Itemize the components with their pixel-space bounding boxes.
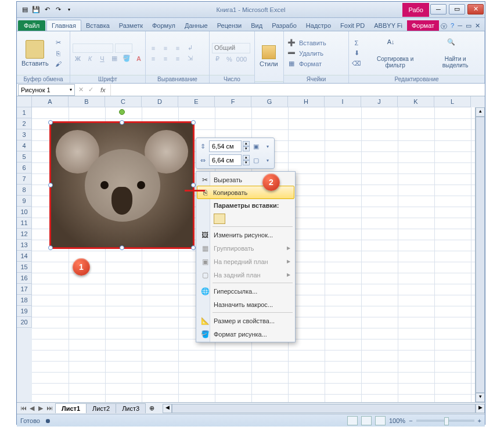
maximize-button[interactable]: ▭ [449,4,465,15]
copy-icon[interactable]: ⎘ [53,49,64,58]
page-break-view-button[interactable] [375,416,386,425]
merge-icon[interactable]: ⇲ [185,54,195,63]
tab-format[interactable]: Формат [407,20,439,31]
macro-record-icon[interactable]: ⏺ [45,417,51,424]
row-header[interactable]: 16 [17,273,32,284]
font-size[interactable] [115,44,132,53]
row-header[interactable]: 5 [17,151,32,162]
scroll-left-icon[interactable]: ◀ [163,404,172,413]
italic-icon[interactable]: К [85,54,95,63]
comma-icon[interactable]: 000 [236,55,247,64]
number-format-combo[interactable]: Общий [212,43,250,53]
enter-formula-icon[interactable]: ✓ [86,86,96,93]
tab-developer[interactable]: Разрабо [267,20,301,31]
col-header[interactable]: L [434,96,471,107]
page-layout-view-button[interactable] [361,416,372,425]
minimize-button[interactable]: ─ [430,4,447,15]
align-top-icon[interactable]: ≡ [148,44,159,53]
scroll-track[interactable] [172,404,476,413]
row-header[interactable]: 4 [17,140,32,151]
col-header[interactable]: A [32,96,69,107]
sheet-tab[interactable]: Лист3 [116,403,146,413]
height-spinner[interactable]: 6,54 см [209,140,242,152]
horizontal-scrollbar[interactable]: ◀ ▶ [163,404,485,413]
row-header[interactable]: 3 [17,129,32,140]
underline-icon[interactable]: Ч [97,54,107,63]
scroll-track[interactable] [476,117,485,393]
width-spinner[interactable]: 6,64 см [209,154,242,166]
delete-cells-icon[interactable]: ➖ [286,49,297,58]
scroll-down-icon[interactable]: ▾ [476,393,485,402]
send-backward-icon[interactable]: ▢ [251,156,261,165]
minimize-ribbon-icon[interactable]: ⓥ [441,22,447,31]
crop-height-icon[interactable]: ⇕ [197,142,208,151]
send-backward-dropdown-icon[interactable]: ▾ [262,156,273,165]
cancel-formula-icon[interactable]: ✕ [76,86,86,93]
zoom-level[interactable]: 100% [389,417,405,424]
name-box[interactable]: Рисунок 1 ▾ [18,84,75,96]
sheet-tab[interactable]: Лист2 [86,403,116,413]
ribbon-window-max-icon[interactable]: ▭ [466,22,471,31]
row-header[interactable]: 19 [17,306,32,317]
col-header[interactable]: H [288,96,325,107]
resize-handle-w[interactable] [48,183,53,187]
autosum-icon[interactable]: Σ [351,38,362,48]
align-mid-icon[interactable]: ≡ [160,44,171,53]
save-icon[interactable]: 💾 [31,5,41,15]
width-up-icon[interactable]: ▴ [243,155,250,160]
col-header[interactable]: F [215,96,251,107]
ctx-format-picture[interactable]: 🪣Формат рисунка... [197,327,294,341]
insert-cells-label[interactable]: Вставить [298,38,327,48]
align-left-icon[interactable]: ≡ [148,54,159,63]
formula-input[interactable] [110,84,485,96]
insert-cells-icon[interactable]: ➕ [286,38,297,48]
col-header[interactable]: K [398,96,434,107]
resize-handle-e[interactable] [191,183,196,187]
col-header[interactable]: J [361,96,398,107]
scroll-up-icon[interactable]: ▴ [476,107,485,117]
sheet-next-icon[interactable]: ▶ [37,404,45,412]
height-down-icon[interactable]: ▾ [243,146,250,151]
zoom-out-icon[interactable]: − [409,417,412,424]
tab-layout[interactable]: Разметк [114,20,147,31]
height-up-icon[interactable]: ▴ [243,141,250,146]
zoom-in-icon[interactable]: + [478,417,481,424]
qat-dropdown-icon[interactable]: ▾ [64,5,74,15]
font-combo[interactable] [73,44,113,53]
row-header[interactable]: 11 [17,218,32,229]
close-button[interactable]: ✕ [467,4,484,15]
font-color-icon[interactable]: А [134,54,144,63]
cells-canvas[interactable]: 1 ⇕ 6,54 см ▴▾ ▣ ▾ ⇔ 6,64 см ▴▾ ▢ ▾ [32,107,475,402]
row-header[interactable]: 10 [17,207,32,218]
row-header[interactable]: 7 [17,174,32,185]
percent-icon[interactable]: % [224,55,235,64]
fx-label[interactable]: fx [96,86,110,93]
ctx-paste-option[interactable] [197,212,294,225]
find-select-button[interactable]: 🔍Найти и выделить [429,37,482,70]
name-box-dropdown-icon[interactable]: ▾ [70,87,72,92]
styles-button[interactable]: Стили [257,44,280,68]
tab-insert[interactable]: Вставка [81,20,114,31]
row-header[interactable]: 17 [17,284,32,295]
col-header[interactable]: G [251,96,288,107]
vertical-scrollbar[interactable]: ▴ ▾ [475,107,485,402]
select-all-corner[interactable] [17,96,32,107]
row-header[interactable]: 1 [17,107,32,118]
currency-icon[interactable]: ₽ [212,55,222,64]
col-header[interactable]: D [142,96,178,107]
bring-forward-dropdown-icon[interactable]: ▾ [262,142,273,151]
ctx-hyperlink[interactable]: 🌐Гиперссылка... [197,284,294,298]
resize-handle-ne[interactable] [191,120,196,125]
redo-icon[interactable]: ↷ [53,5,63,15]
align-center-icon[interactable]: ≡ [160,54,171,63]
sheet-last-icon[interactable]: ⏭ [45,404,53,412]
tab-formulas[interactable]: Формул [147,20,180,31]
tab-abbyy[interactable]: ABBYY Fi [369,20,407,31]
ribbon-window-close-icon[interactable]: ✕ [475,22,480,31]
row-header[interactable]: 8 [17,185,32,196]
tab-addins[interactable]: Надстро [301,20,336,31]
clear-icon[interactable]: ⌫ [351,59,362,68]
row-header[interactable]: 20 [17,317,32,328]
cut-icon[interactable]: ✂ [53,38,64,48]
scroll-right-icon[interactable]: ▶ [476,404,485,413]
